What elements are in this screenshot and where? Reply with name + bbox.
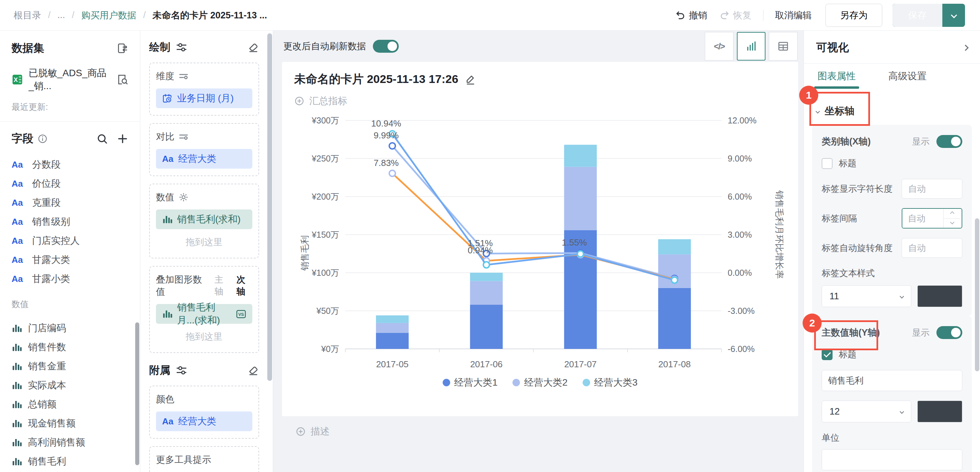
legend-item[interactable]: 经营大类2 <box>512 376 568 389</box>
overlay-value-dropzone[interactable]: 叠加图形数值 主轴 次轴 销售毛利月...(求和) VS 拖到这里 <box>149 266 259 353</box>
secondary-axis-option[interactable]: 次轴 <box>236 274 252 298</box>
field-item[interactable]: Aa分数段 <box>11 155 128 174</box>
clear-draw-icon[interactable] <box>248 41 259 53</box>
tooltip-dropzone[interactable]: 更多工具提示 拖到这里 <box>149 446 259 472</box>
numeric-field-icon <box>11 456 22 467</box>
color-pill-category[interactable]: Aa 经营大类 <box>156 412 252 431</box>
table-view-button[interactable] <box>769 32 797 60</box>
field-item[interactable]: Aa甘露大类 <box>11 250 128 269</box>
unit-input[interactable] <box>822 449 962 470</box>
numeric-field-list: 门店编码 销售件数 销售金重 实际成本 总销额 现金销售额 高利润销售额 销售毛… <box>11 318 128 472</box>
value-dropzone[interactable]: 数值 销售毛利(求和) 拖到这里 <box>149 184 259 258</box>
sliders-icon[interactable] <box>176 364 187 376</box>
undo-button[interactable]: 撤销 <box>675 9 707 21</box>
auto-refresh-toggle[interactable] <box>373 40 399 53</box>
stepper-down-button[interactable] <box>943 219 961 228</box>
field-item[interactable]: 销售金重 <box>11 357 128 376</box>
description-button[interactable]: 描述 <box>296 425 803 438</box>
dataset-item[interactable]: X 已脱敏_ADS_商品_销... <box>11 67 128 92</box>
field-item[interactable]: 实际成本 <box>11 376 128 395</box>
field-label: 甘露大类 <box>32 253 70 266</box>
cancel-edit-label: 取消编辑 <box>775 9 812 21</box>
compare-pill-category[interactable]: Aa 经营大类 <box>156 149 252 169</box>
breadcrumb-ellipsis[interactable]: ... <box>57 10 65 21</box>
svg-text:0.94%: 0.94% <box>468 245 493 255</box>
add-field-icon[interactable] <box>117 133 128 144</box>
svg-text:2017-05: 2017-05 <box>376 359 408 369</box>
y-axis-font-color-swatch[interactable] <box>917 401 962 422</box>
y-axis-title-input[interactable] <box>822 370 962 391</box>
compare-dropzone[interactable]: 对比 Aa 经营大类 <box>149 123 259 176</box>
x-axis-show-toggle[interactable] <box>936 135 962 148</box>
x-axis-font-color-swatch[interactable] <box>917 285 962 307</box>
redo-button[interactable]: 恢复 <box>719 9 751 21</box>
tab-chart-properties[interactable]: 图表属性 <box>818 63 856 89</box>
calendar-date-icon <box>162 93 172 103</box>
edit-title-icon[interactable] <box>465 73 476 85</box>
x-axis-title-checkbox[interactable] <box>822 158 832 169</box>
color-dropzone[interactable]: 颜色 Aa 经营大类 <box>149 386 259 439</box>
cancel-edit-button[interactable]: 取消编辑 <box>775 9 812 21</box>
text-field-icon: Aa <box>162 416 173 427</box>
field-item[interactable]: Aa价位段 <box>11 174 128 193</box>
text-field-icon: Aa <box>11 236 26 246</box>
field-item[interactable]: 门店编码 <box>11 318 128 338</box>
field-item[interactable]: Aa甘露小类 <box>11 269 128 288</box>
legend-item[interactable]: 经营大类1 <box>443 376 498 389</box>
auto-refresh-label: 更改后自动刷新数据 <box>283 40 366 52</box>
y-axis-title-checkbox[interactable] <box>822 349 832 360</box>
breadcrumb-parent-folder[interactable]: 购买用户数据 <box>81 9 137 21</box>
value-pill-gross-profit[interactable]: 销售毛利(求和) <box>156 209 252 229</box>
circle-plus-icon <box>296 426 306 437</box>
field-item[interactable]: 销售毛利 <box>11 452 128 471</box>
field-item[interactable]: Aa门店实控人 <box>11 231 128 250</box>
field-item[interactable]: Aa克重段 <box>11 193 128 212</box>
save-as-button[interactable]: 另存为 <box>826 4 882 27</box>
tab-advanced-settings[interactable]: 高级设置 <box>888 63 926 89</box>
save-dropdown-button[interactable] <box>943 4 965 27</box>
draw-panel-scrollbar[interactable] <box>267 33 272 381</box>
collapse-panel-icon[interactable] <box>962 44 969 51</box>
top-actions: 撤销 恢复 取消编辑 另存为 保存 <box>675 4 965 27</box>
search-fields-icon[interactable] <box>96 133 108 144</box>
preview-dataset-icon[interactable] <box>117 74 128 86</box>
label-interval-stepper[interactable] <box>902 208 962 228</box>
primary-axis-option[interactable]: 主轴 <box>215 274 231 298</box>
legend-item[interactable]: 经营大类3 <box>582 376 638 389</box>
svg-text:¥100万: ¥100万 <box>311 268 339 277</box>
info-icon <box>37 134 48 144</box>
annotation-rect-1 <box>810 92 870 126</box>
label-rotate-angle-input[interactable] <box>902 238 962 258</box>
chart-view-button[interactable] <box>737 32 765 60</box>
switch-dataset-icon[interactable] <box>117 43 128 54</box>
summary-metric-button[interactable]: 汇总指标 <box>294 95 786 108</box>
chart-legend: 经营大类1 经营大类2 经营大类3 <box>294 376 786 389</box>
vis-panel-scrollbar[interactable] <box>975 218 979 371</box>
code-view-button[interactable]: </> <box>705 32 733 60</box>
field-item[interactable]: 总销额 <box>11 395 128 414</box>
label-char-length-input[interactable] <box>902 179 962 199</box>
vis-panel-title: 可视化 <box>816 40 849 55</box>
save-button[interactable]: 保存 <box>892 4 942 27</box>
y-axis-show-toggle[interactable] <box>936 326 962 339</box>
field-item[interactable]: 销售件数 <box>11 338 128 357</box>
label-interval-input[interactable] <box>902 209 943 228</box>
breadcrumb-root[interactable]: 根目录 <box>14 9 41 21</box>
sidebar-scrollbar[interactable] <box>135 322 139 465</box>
chevron-down-icon <box>950 220 955 225</box>
field-item[interactable]: 高利润销售额 <box>11 433 128 452</box>
gear-icon[interactable] <box>178 192 189 202</box>
stepper-up-button[interactable] <box>943 209 961 219</box>
clear-attach-icon[interactable] <box>248 364 259 376</box>
y-axis-font-size-select[interactable]: 12 <box>822 401 911 422</box>
svg-text:-3.00%: -3.00% <box>728 306 754 315</box>
sliders-icon[interactable] <box>176 41 187 53</box>
x-axis-font-size-select[interactable]: 11 <box>822 285 911 307</box>
dimension-dropzone[interactable]: 维度 业务日期 (月) <box>149 63 259 116</box>
dimension-pill-business-date[interactable]: 业务日期 (月) <box>156 89 252 108</box>
annotation-badge-1: 1 <box>799 86 818 105</box>
field-item[interactable]: Aa销售级别 <box>11 212 128 231</box>
overlay-pill-mom-growth[interactable]: 销售毛利月...(求和) VS <box>156 304 252 324</box>
field-item[interactable]: 现金销售额 <box>11 414 128 433</box>
save-split-button[interactable]: 保存 <box>892 4 965 27</box>
